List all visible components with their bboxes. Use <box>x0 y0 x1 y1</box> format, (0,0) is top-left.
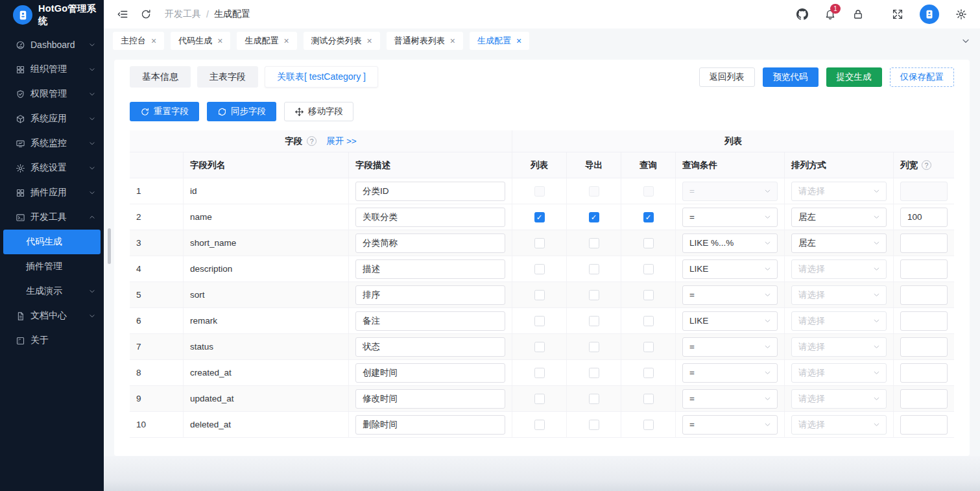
column-width-input[interactable] <box>900 311 948 331</box>
select[interactable]: 请选择 <box>791 311 887 331</box>
select[interactable]: 请选择 <box>791 182 887 201</box>
select[interactable]: LIKE <box>682 311 778 331</box>
checkbox[interactable] <box>589 238 599 248</box>
select[interactable]: = <box>682 363 778 383</box>
tab-base-info[interactable]: 基本信息 <box>130 66 191 88</box>
checkbox[interactable] <box>589 264 599 274</box>
select[interactable]: 请选择 <box>791 363 887 383</box>
field-desc-input[interactable] <box>355 208 505 227</box>
fullscreen-icon[interactable] <box>892 8 903 20</box>
checkbox[interactable] <box>534 264 545 274</box>
column-width-input[interactable] <box>900 285 948 305</box>
checkbox[interactable] <box>643 316 654 326</box>
sidebar-item-plugin-app[interactable]: 插件应用 <box>0 180 104 205</box>
column-width-input[interactable] <box>900 234 948 253</box>
field-desc-input[interactable] <box>355 389 505 409</box>
checkbox[interactable] <box>589 290 599 300</box>
field-desc-input[interactable] <box>355 337 505 357</box>
reset-fields-button[interactable]: 重置字段 <box>130 102 199 121</box>
column-width-input[interactable] <box>900 259 948 279</box>
checkbox[interactable] <box>534 238 545 248</box>
select[interactable]: = <box>682 337 778 357</box>
close-icon[interactable]: × <box>217 36 222 45</box>
page-tab[interactable]: 代码生成× <box>171 32 230 50</box>
breadcrumb-parent[interactable]: 开发工具 <box>165 8 201 20</box>
page-tab[interactable]: 生成配置× <box>237 32 296 50</box>
field-desc-input[interactable] <box>355 259 505 279</box>
column-width-input[interactable] <box>900 337 948 357</box>
field-desc-input[interactable] <box>355 182 505 201</box>
checkbox[interactable] <box>643 420 654 430</box>
select[interactable]: = <box>682 285 778 305</box>
checkbox[interactable] <box>643 238 654 248</box>
tab-related-table[interactable]: 关联表[ testCategory ] <box>265 66 378 88</box>
checkbox[interactable] <box>534 420 545 430</box>
github-icon[interactable] <box>796 8 808 20</box>
sidebar-item-dev-tools[interactable]: 开发工具 <box>0 205 104 230</box>
checkbox[interactable] <box>589 368 599 378</box>
sidebar-item-generate-demo[interactable]: 生成演示 <box>0 279 104 304</box>
back-to-list-button[interactable]: 返回列表 <box>699 67 755 87</box>
checkbox[interactable]: ✓ <box>534 212 545 222</box>
sidebar-item-org-manage[interactable]: 组织管理 <box>0 57 104 82</box>
submit-generate-button[interactable]: 提交生成 <box>826 67 882 87</box>
settings-gear-icon[interactable] <box>955 8 967 20</box>
field-desc-input[interactable] <box>355 363 505 383</box>
avatar[interactable] <box>920 5 939 24</box>
select[interactable]: = <box>682 415 778 435</box>
sidebar-item-system-monitor[interactable]: 系统监控 <box>0 131 104 156</box>
sidebar-item-system-setting[interactable]: 系统设置 <box>0 156 104 180</box>
checkbox[interactable] <box>643 264 654 274</box>
sidebar-item-auth-manage[interactable]: 权限管理 <box>0 82 104 106</box>
checkbox[interactable] <box>589 342 599 352</box>
sidebar-item-system-app[interactable]: 系统应用 <box>0 106 104 131</box>
column-width-input[interactable] <box>900 415 948 435</box>
tabbar-chevron-down-icon[interactable] <box>961 36 971 46</box>
column-width-input[interactable] <box>900 208 948 227</box>
sidebar-item-code-generate[interactable]: 代码生成 <box>3 230 101 254</box>
checkbox[interactable] <box>589 420 599 430</box>
select[interactable]: 请选择 <box>791 259 887 279</box>
close-icon[interactable]: × <box>516 36 521 45</box>
page-tab[interactable]: 测试分类列表× <box>304 32 380 50</box>
move-fields-button[interactable]: 移动字段 <box>284 102 353 121</box>
scrollbar-thumb[interactable] <box>108 228 111 264</box>
tab-main-fields[interactable]: 主表字段 <box>197 66 258 88</box>
checkbox[interactable] <box>534 290 545 300</box>
close-icon[interactable]: × <box>367 36 372 45</box>
column-width-input[interactable] <box>900 363 948 383</box>
checkbox[interactable] <box>534 394 545 404</box>
collapse-sidebar-icon[interactable] <box>117 8 128 20</box>
sync-fields-button[interactable]: 同步字段 <box>207 102 276 121</box>
notifications-button[interactable]: 1 <box>824 8 836 20</box>
page-tab[interactable]: 普通树表列表× <box>387 32 463 50</box>
sidebar-item-doc-center[interactable]: 文档中心 <box>0 304 104 328</box>
field-desc-input[interactable] <box>355 234 505 253</box>
sidebar-item-dashboard[interactable]: Dashboard <box>0 32 104 57</box>
select[interactable]: = <box>682 389 778 409</box>
close-icon[interactable]: × <box>450 36 455 45</box>
page-tab[interactable]: 生成配置× <box>470 32 529 50</box>
close-icon[interactable]: × <box>151 36 156 45</box>
checkbox[interactable] <box>534 316 545 326</box>
select[interactable]: 请选择 <box>791 285 887 305</box>
close-icon[interactable]: × <box>283 36 289 45</box>
checkbox[interactable] <box>643 394 654 404</box>
checkbox[interactable]: ✓ <box>589 212 599 222</box>
checkbox[interactable] <box>643 368 654 378</box>
sidebar-item-about[interactable]: 关于 <box>0 328 104 353</box>
select[interactable]: 请选择 <box>791 337 887 357</box>
checkbox[interactable] <box>534 342 545 352</box>
checkbox[interactable] <box>589 394 599 404</box>
select[interactable]: LIKE %...% <box>682 234 778 253</box>
select[interactable]: 居左 <box>791 234 887 253</box>
sidebar-item-plugin-manage[interactable]: 插件管理 <box>0 254 104 279</box>
page-tab[interactable]: 主控台× <box>113 32 164 50</box>
lock-screen-icon[interactable] <box>852 8 864 20</box>
checkbox[interactable]: ✓ <box>643 212 654 222</box>
select[interactable]: 居左 <box>791 208 887 227</box>
checkbox[interactable] <box>589 316 599 326</box>
save-config-only-button[interactable]: 仅保存配置 <box>890 67 955 87</box>
select[interactable]: 请选择 <box>791 389 887 409</box>
checkbox[interactable] <box>534 368 545 378</box>
